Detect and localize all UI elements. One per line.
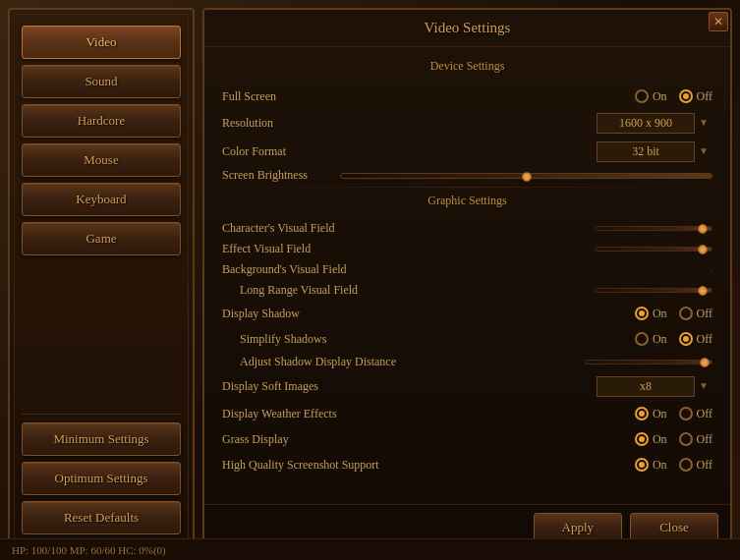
display-shadow-label: Display Shadow	[222, 307, 635, 321]
display-shadow-off-label: Off	[697, 307, 712, 321]
simplify-shadows-on-radio[interactable]	[635, 332, 649, 346]
graphic-settings-header: Graphic Settings	[216, 190, 718, 214]
colorformat-label: Color Format	[222, 144, 597, 159]
nav-section: Video Sound Hardcore Mouse Keyboard Game	[22, 26, 181, 400]
resolution-arrow-icon[interactable]: ▼	[699, 117, 712, 131]
brightness-thumb[interactable]	[522, 172, 532, 182]
optimum-settings-button[interactable]: Optimum Settings	[22, 462, 181, 495]
simplify-shadows-label: Simplify Shadows	[240, 332, 635, 347]
grass-on-option[interactable]: On	[635, 432, 667, 447]
sidebar-item-keyboard[interactable]: Keyboard	[22, 183, 181, 216]
longrange-visual-row: Long Range Visual Field	[216, 280, 718, 301]
resolution-row: Resolution 1600 x 900 ▼	[216, 109, 718, 138]
fullscreen-on-radio[interactable]	[635, 89, 649, 103]
weather-on-radio[interactable]	[635, 407, 649, 420]
bg-visual-row: Background's Visual Field	[216, 259, 718, 280]
hq-screenshot-on-radio[interactable]	[635, 458, 649, 472]
shadow-dist-label: Adjust Shadow Display Distance	[240, 355, 585, 369]
colorformat-row: Color Format 32 bit ▼	[216, 138, 718, 166]
char-visual-row: Character's Visual Field	[216, 218, 718, 239]
weather-effects-row: Display Weather Effects On Off	[216, 401, 718, 426]
simplify-shadows-off-label: Off	[697, 332, 712, 347]
minimum-settings-button[interactable]: Minimum Settings	[22, 422, 181, 456]
display-shadow-on-label: On	[653, 307, 667, 321]
colorformat-arrow-icon[interactable]: ▼	[699, 145, 712, 159]
colorformat-dropdown[interactable]: 32 bit	[597, 141, 695, 162]
grass-on-radio[interactable]	[635, 432, 649, 446]
sidebar: Video Sound Hardcore Mouse Keyboard Game…	[8, 8, 195, 552]
main-container: Video Sound Hardcore Mouse Keyboard Game…	[8, 8, 732, 552]
soft-images-control: x8 ▼	[597, 376, 712, 397]
device-settings-header: Device Settings	[216, 55, 718, 80]
weather-effects-label: Display Weather Effects	[222, 407, 635, 421]
longrange-visual-thumb[interactable]	[698, 286, 708, 296]
hq-screenshot-row: High Quality Screenshot Support On Off	[216, 452, 718, 477]
bg-visual-label: Background's Visual Field	[222, 262, 711, 277]
grass-radio-group: On Off	[635, 432, 712, 447]
bg-visual-slider-placeholder	[711, 269, 712, 271]
sidebar-item-game[interactable]: Game	[22, 222, 181, 255]
hq-screenshot-on-option[interactable]: On	[635, 458, 667, 473]
hq-screenshot-off-label: Off	[697, 458, 712, 473]
resolution-label: Resolution	[222, 116, 597, 131]
sidebar-item-mouse[interactable]: Mouse	[22, 143, 181, 177]
effect-visual-label: Effect Visual Field	[222, 242, 595, 256]
weather-off-label: Off	[697, 407, 712, 421]
panel-title: Video Settings	[204, 10, 730, 47]
sidebar-item-hardcore[interactable]: Hardcore	[22, 104, 181, 138]
close-x-button[interactable]: ✕	[709, 12, 728, 31]
resolution-control: 1600 x 900 ▼	[597, 113, 712, 134]
soft-images-dropdown[interactable]: x8	[597, 376, 695, 397]
simplify-shadows-off-radio[interactable]	[679, 332, 693, 346]
soft-images-arrow-icon[interactable]: ▼	[699, 380, 712, 394]
main-panel: Video Settings ✕ Device Settings Full Sc…	[202, 8, 732, 552]
grass-off-radio[interactable]	[679, 432, 693, 446]
simplify-shadows-off-option[interactable]: Off	[679, 332, 712, 347]
display-shadow-off-option[interactable]: Off	[679, 307, 712, 321]
soft-images-row: Display Soft Images x8 ▼	[216, 372, 718, 401]
fullscreen-off-option[interactable]: Off	[679, 89, 712, 104]
fullscreen-label: Full Screen	[222, 89, 635, 104]
fullscreen-on-label: On	[653, 89, 667, 104]
fullscreen-row: Full Screen On Off	[216, 84, 718, 109]
fullscreen-off-radio[interactable]	[679, 89, 693, 103]
effect-visual-slider[interactable]	[595, 247, 712, 252]
effect-visual-thumb[interactable]	[698, 245, 708, 254]
char-visual-slider[interactable]	[595, 226, 712, 231]
weather-off-radio[interactable]	[679, 407, 693, 420]
weather-on-label: On	[653, 407, 667, 421]
display-shadow-on-radio[interactable]	[635, 307, 649, 320]
brightness-row: Screen Brightness	[216, 166, 718, 185]
hq-screenshot-off-option[interactable]: Off	[679, 458, 712, 473]
longrange-visual-slider[interactable]	[595, 288, 712, 293]
hq-screenshot-radio-group: On Off	[635, 458, 712, 473]
grass-off-option[interactable]: Off	[679, 432, 712, 447]
fullscreen-radio-group: On Off	[635, 89, 712, 104]
display-shadow-on-option[interactable]: On	[635, 307, 667, 321]
brightness-label: Screen Brightness	[222, 168, 340, 183]
weather-on-option[interactable]: On	[635, 407, 667, 421]
sidebar-item-video[interactable]: Video	[22, 26, 181, 59]
resolution-dropdown[interactable]: 1600 x 900	[597, 113, 695, 134]
reset-defaults-button[interactable]: Reset Defaults	[22, 501, 181, 534]
sidebar-item-sound[interactable]: Sound	[22, 65, 181, 98]
colorformat-control: 32 bit ▼	[597, 141, 712, 162]
hq-screenshot-on-label: On	[653, 458, 667, 473]
shadow-dist-slider[interactable]	[585, 360, 712, 364]
panel-content: Device Settings Full Screen On Off	[204, 47, 730, 504]
grass-on-label: On	[653, 432, 667, 447]
simplify-shadows-on-label: On	[653, 332, 667, 347]
sidebar-bottom: Minimum Settings Optimum Settings Reset …	[22, 414, 181, 534]
hq-screenshot-off-radio[interactable]	[679, 458, 693, 472]
shadow-dist-thumb[interactable]	[700, 358, 710, 367]
weather-off-option[interactable]: Off	[679, 407, 712, 421]
char-visual-label: Character's Visual Field	[222, 221, 595, 236]
simplify-shadows-on-option[interactable]: On	[635, 332, 667, 347]
fullscreen-on-option[interactable]: On	[635, 89, 667, 104]
fullscreen-off-label: Off	[697, 89, 712, 104]
grass-off-label: Off	[697, 432, 712, 447]
display-shadow-off-radio[interactable]	[679, 307, 693, 320]
brightness-slider[interactable]	[340, 173, 712, 179]
char-visual-thumb[interactable]	[698, 224, 708, 234]
effect-visual-row: Effect Visual Field	[216, 239, 718, 259]
